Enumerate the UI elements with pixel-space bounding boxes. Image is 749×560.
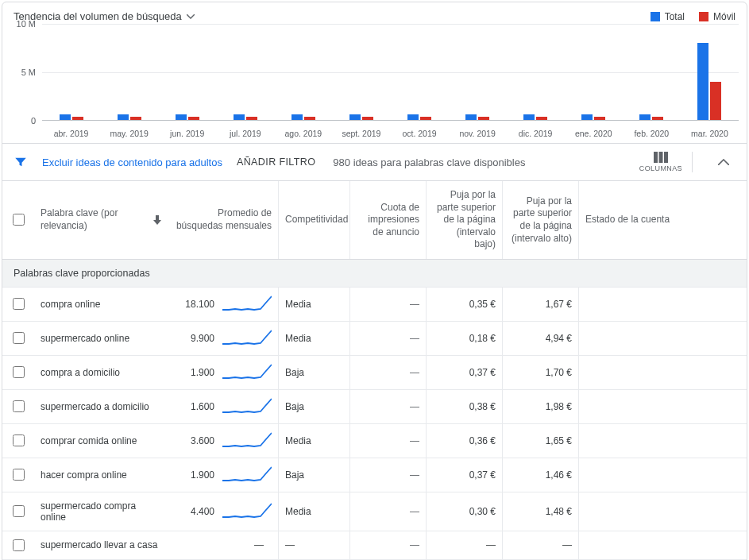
bidhigh-cell: 1,65 € bbox=[503, 424, 579, 458]
keyword-text: supermercado a domicilio bbox=[41, 401, 149, 412]
bar-total bbox=[465, 114, 477, 120]
columns-icon bbox=[654, 152, 668, 163]
table-row[interactable]: supermercado a domicilio1.600Baja—0,38 €… bbox=[2, 390, 747, 424]
chart-month-col[interactable] bbox=[565, 24, 623, 120]
chart-title-dropdown[interactable]: Tendencia del volumen de búsqueda bbox=[14, 10, 195, 22]
legend-movil[interactable]: Móvil bbox=[699, 11, 735, 22]
keyword-cell[interactable]: comprar comida online bbox=[34, 424, 168, 458]
chart-month-col[interactable] bbox=[449, 24, 507, 120]
chart-month-col[interactable] bbox=[100, 24, 158, 120]
bar-movil bbox=[304, 117, 315, 120]
row-checkbox[interactable] bbox=[13, 332, 25, 344]
bar-total bbox=[697, 43, 708, 120]
legend-total[interactable]: Total bbox=[651, 11, 685, 22]
keyword-cell[interactable]: hacer compra online bbox=[34, 458, 168, 492]
sparkline bbox=[222, 503, 272, 520]
row-checkbox[interactable] bbox=[13, 434, 25, 446]
y-tick: 10 M bbox=[17, 19, 36, 29]
x-axis-label: oct. 2019 bbox=[390, 129, 448, 138]
row-checkbox[interactable] bbox=[13, 539, 25, 551]
bar-total bbox=[407, 114, 419, 120]
chart-month-col[interactable] bbox=[681, 24, 739, 120]
collapse-button[interactable] bbox=[707, 159, 735, 165]
keyword-cell[interactable]: compra a domicilio bbox=[34, 356, 168, 389]
chart-plot bbox=[42, 24, 739, 121]
avg-value: — bbox=[254, 539, 264, 550]
comp-cell: Media bbox=[279, 322, 350, 355]
keyword-cell[interactable]: supermercado compra online bbox=[34, 492, 168, 531]
bidhigh-cell: 1,98 € bbox=[503, 390, 579, 423]
chart-month-col[interactable] bbox=[623, 24, 681, 120]
table-row[interactable]: comprar comida online3.600Media—0,36 €1,… bbox=[2, 424, 747, 458]
table-row[interactable]: compra online18.100Media—0,35 €1,67 € bbox=[2, 288, 747, 322]
keyword-cell[interactable]: supermercado llevar a casa bbox=[34, 531, 168, 559]
col-status-header[interactable]: Estado de la cuenta bbox=[579, 181, 747, 259]
section-provided: Palabras clave proporcionadas bbox=[2, 260, 747, 288]
keyword-cell[interactable]: supermercado a domicilio bbox=[34, 390, 168, 423]
table-row[interactable]: hacer compra online1.900Baja—0,37 €1,46 … bbox=[2, 458, 747, 492]
sparkline bbox=[222, 432, 272, 450]
col-comp-header[interactable]: Competitividad bbox=[279, 181, 350, 259]
chart-month-col[interactable] bbox=[42, 24, 100, 120]
row-checkbox[interactable] bbox=[13, 366, 25, 378]
col-impr-header[interactable]: Cuota de impresiones de anuncio bbox=[350, 181, 427, 259]
bar-movil bbox=[72, 117, 83, 120]
bar-movil bbox=[420, 117, 431, 120]
chart-y-axis: 10 M 5 M 0 bbox=[2, 24, 39, 121]
keyword-cell[interactable]: supermercado online bbox=[34, 322, 168, 355]
sparkline bbox=[222, 466, 272, 484]
bidlow-cell: 0,30 € bbox=[427, 492, 503, 531]
chart-header: Tendencia del volumen de búsqueda Total … bbox=[2, 2, 747, 24]
keyword-text: supermercado online bbox=[41, 333, 129, 344]
row-checkbox[interactable] bbox=[13, 298, 25, 310]
col-keyword-label: Palabra clave (por relevancia) bbox=[41, 207, 145, 232]
exclude-adult-filter[interactable]: Excluir ideas de contenido para adultos bbox=[42, 156, 222, 168]
table-row[interactable]: supermercado compra online4.400Media—0,3… bbox=[2, 492, 747, 531]
bar-movil bbox=[652, 117, 663, 120]
col-avg-header[interactable]: Promedio de búsquedas mensuales bbox=[168, 181, 279, 259]
table-row[interactable]: compra a domicilio1.900Baja—0,37 €1,70 € bbox=[2, 356, 747, 390]
x-axis-label: nov. 2019 bbox=[449, 129, 507, 138]
comp-cell: — bbox=[279, 531, 350, 559]
comp-cell: Media bbox=[279, 288, 350, 321]
keyword-text: hacer compra online bbox=[41, 469, 127, 481]
bidhigh-cell: 1,46 € bbox=[503, 458, 579, 492]
keyword-cell[interactable]: compra online bbox=[34, 288, 168, 321]
chart-month-col[interactable] bbox=[158, 24, 216, 120]
col-keyword-header[interactable]: Palabra clave (por relevancia) bbox=[34, 181, 168, 259]
keyword-text: compra online bbox=[41, 299, 100, 310]
row-checkbox-cell bbox=[2, 492, 34, 531]
select-all-checkbox[interactable] bbox=[13, 214, 25, 226]
bar-total bbox=[60, 114, 71, 120]
row-checkbox[interactable] bbox=[13, 505, 25, 517]
bidhigh-cell: 1,67 € bbox=[503, 288, 579, 321]
svg-rect-1 bbox=[658, 152, 662, 163]
status-cell bbox=[579, 390, 747, 423]
chart-body: 10 M 5 M 0 abr. 2019may. 2019jun. 2019ju… bbox=[2, 24, 747, 143]
chart-month-col[interactable] bbox=[216, 24, 274, 120]
row-checkbox[interactable] bbox=[13, 469, 25, 481]
chart-month-col[interactable] bbox=[507, 24, 565, 120]
bidlow-cell: 0,35 € bbox=[427, 288, 503, 321]
col-bidhigh-header[interactable]: Puja por la parte superior de la página … bbox=[503, 181, 579, 259]
row-checkbox[interactable] bbox=[13, 400, 25, 412]
x-axis-label: jun. 2019 bbox=[158, 129, 216, 138]
bar-total bbox=[118, 114, 129, 120]
chart-month-col[interactable] bbox=[274, 24, 332, 120]
filter-bar: Excluir ideas de contenido para adultos … bbox=[2, 143, 747, 180]
chart-month-col[interactable] bbox=[390, 24, 448, 120]
impr-cell: — bbox=[350, 531, 427, 559]
comp-cell: Baja bbox=[279, 458, 350, 492]
add-filter-button[interactable]: AÑADIR FILTRO bbox=[237, 156, 315, 168]
bar-total bbox=[234, 114, 245, 120]
bar-movil bbox=[710, 82, 721, 120]
table-row[interactable]: supermercado llevar a casa————— bbox=[2, 531, 747, 560]
legend-label-total: Total bbox=[665, 11, 685, 22]
columns-button[interactable]: COLUMNAS bbox=[630, 152, 693, 172]
table-row[interactable]: supermercado online9.900Media—0,18 €4,94… bbox=[2, 322, 747, 356]
col-bidlow-header[interactable]: Puja por la parte superior de la página … bbox=[427, 181, 503, 259]
x-axis-label: ago. 2019 bbox=[274, 129, 332, 138]
chart-month-col[interactable] bbox=[332, 24, 390, 120]
bar-total bbox=[176, 114, 187, 120]
filter-icon[interactable] bbox=[14, 155, 28, 169]
